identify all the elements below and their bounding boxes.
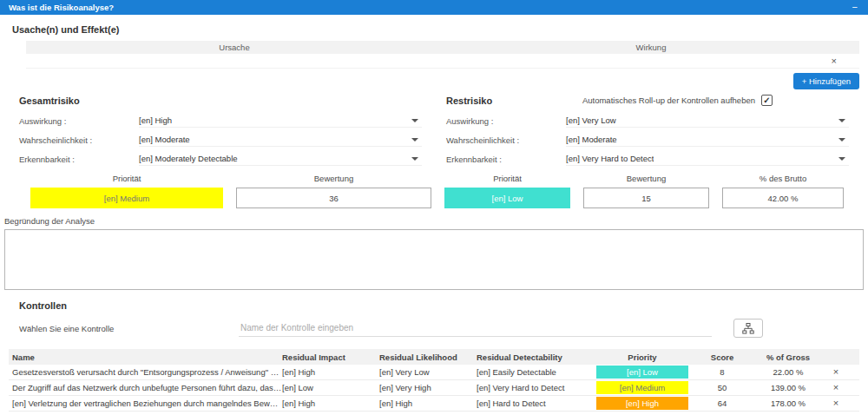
residual-detectability-label: Erkennbarkeit : [446, 155, 566, 164]
analysis-section: Begründung der Analyse [4, 216, 864, 290]
control-hierarchy-button[interactable] [733, 319, 763, 338]
priority-badge: [en] Medium [596, 381, 688, 394]
cause-effect-table-header: Ursache Wirkung [26, 41, 859, 54]
gross-impact-select[interactable]: [en] High [139, 114, 422, 128]
residual-priority-label: Priorität [444, 174, 570, 183]
gross-priority-group: Priorität [en] Medium [30, 174, 223, 208]
col-residual-impact: Residual Impact [282, 352, 379, 362]
gross-priority-label: Priorität [30, 174, 223, 183]
cause-column-header: Ursache [26, 43, 443, 52]
percent-gross-group: % des Brutto 42.00 % [722, 174, 844, 208]
chevron-down-icon [411, 138, 418, 142]
residual-risk-title: Restrisiko [446, 96, 492, 106]
col-residual-detectability: Residual Detectability [477, 352, 591, 362]
gross-risk-panel: Gesamtrisiko Auswirkung : [en] High Wahr… [9, 93, 441, 168]
cause-effect-table: Ursache Wirkung × [26, 41, 859, 69]
gross-detectability-label: Erkennbarkeit : [19, 155, 139, 164]
control-likelihood: [en] Very High [379, 383, 477, 392]
gross-detectability-value: [en] Moderately Detectable [139, 154, 238, 163]
gross-detectability-select[interactable]: [en] Moderately Detectable [139, 152, 422, 166]
residual-detectability-row: Erkennbarkeit : [en] Very Hard to Detect [446, 149, 849, 168]
cause-effect-row: × [26, 54, 859, 69]
chevron-down-icon [411, 119, 418, 122]
priority-score-row: Priorität [en] Medium Bewertung 36 Prior… [9, 174, 859, 208]
minimize-button[interactable]: − [852, 3, 858, 12]
residual-likelihood-value: [en] Moderate [566, 135, 617, 144]
control-row: [en] Verletzung der vertraglichen Bezieh… [9, 396, 859, 412]
priority-badge: [en] High [596, 397, 688, 410]
residual-likelihood-row: Wahrscheinlichkeit : [en] Moderate [446, 130, 849, 149]
gross-priority-badge: [en] Medium [30, 188, 223, 208]
gross-risk-title: Gesamtrisiko [19, 96, 80, 106]
residual-impact-value: [en] Very Low [566, 115, 616, 125]
gross-impact-row: Auswirkung : [en] High [19, 111, 422, 130]
residual-impact-row: Auswirkung : [en] Very Low [446, 111, 849, 130]
control-score: 8 [694, 367, 751, 377]
residual-detectability-select[interactable]: [en] Very Hard to Detect [566, 152, 849, 166]
control-score: 50 [694, 383, 751, 392]
cause-cell[interactable] [26, 54, 429, 68]
control-percent: 139.00 % [751, 383, 825, 392]
control-percent: 178.00 % [751, 399, 825, 408]
control-name: Gesetzesverstoß verursacht durch "Entsor… [9, 367, 282, 377]
control-name: Der Zugriff auf das Netzwerk durch unbef… [9, 383, 282, 392]
rollup-label: Automatisches Roll-up der Kontrollen auf… [582, 96, 755, 105]
gross-score-value: 36 [236, 188, 431, 208]
percent-gross-label: % des Brutto [722, 174, 844, 183]
effect-column-header: Wirkung [443, 43, 859, 52]
control-detectability: [en] Hard to Detect [477, 399, 591, 408]
dialog-title: Was ist die Risikoanalyse? [9, 3, 114, 12]
control-row: Gesetzesverstoß verursacht durch "Entsor… [9, 365, 859, 380]
residual-impact-select[interactable]: [en] Very Low [566, 114, 849, 128]
col-priority: Priority [591, 352, 694, 362]
control-detectability: [en] Easily Detectable [477, 367, 591, 377]
remove-control-button[interactable]: × [833, 382, 838, 392]
controls-section: Kontrollen Wählen Sie eine Kontrolle Nam… [0, 290, 868, 412]
rollup-checkbox[interactable] [761, 95, 773, 106]
controls-table-header: Name Residual Impact Residual Likelihood… [9, 349, 859, 365]
residual-likelihood-select[interactable]: [en] Moderate [566, 133, 849, 147]
remove-control-button[interactable]: × [833, 366, 838, 377]
control-name: [en] Verletzung der vertraglichen Bezieh… [9, 399, 282, 408]
gross-impact-label: Auswirkung : [19, 116, 139, 126]
chevron-down-icon [838, 138, 845, 142]
rollup-toggle[interactable]: Automatisches Roll-up der Kontrollen auf… [582, 95, 773, 106]
priority-badge: [en] Low [596, 366, 688, 379]
control-impact: [en] High [282, 399, 379, 408]
residual-likelihood-label: Wahrscheinlichkeit : [446, 135, 566, 145]
gross-likelihood-row: Wahrscheinlichkeit : [en] Moderate [19, 130, 422, 149]
percent-gross-value: 42.00 % [722, 188, 844, 208]
control-likelihood: [en] High [379, 399, 477, 408]
residual-priority-group: Priorität [en] Low [444, 174, 570, 208]
control-search-input[interactable] [239, 319, 712, 337]
add-button[interactable]: + Hinzufügen [793, 73, 859, 89]
control-likelihood: [en] Very Low [379, 367, 477, 377]
residual-priority-badge: [en] Low [444, 188, 570, 208]
gross-detectability-row: Erkennbarkeit : [en] Moderately Detectab… [19, 149, 422, 168]
analysis-textarea[interactable] [4, 229, 864, 290]
remove-row-button[interactable]: × [832, 56, 837, 66]
gross-likelihood-select[interactable]: [en] Moderate [139, 133, 422, 147]
remove-control-button[interactable]: × [833, 398, 838, 408]
risk-panels: Gesamtrisiko Auswirkung : [en] High Wahr… [9, 93, 859, 168]
control-score: 64 [694, 399, 751, 408]
control-percent: 22.00 % [751, 367, 825, 377]
control-impact: [en] High [282, 367, 379, 377]
effect-cell[interactable] [429, 54, 832, 68]
hierarchy-icon [742, 323, 754, 334]
chevron-down-icon [838, 157, 845, 161]
col-name: Name [9, 352, 282, 362]
gross-impact-value: [en] High [139, 115, 172, 125]
dialog-titlebar: Was ist die Risikoanalyse? − [0, 0, 868, 15]
residual-score-group: Bewertung 15 [583, 174, 709, 208]
gross-score-label: Bewertung [236, 174, 431, 183]
cause-effect-section-title: Usache(n) und Effekt(e) [12, 24, 859, 35]
col-residual-likelihood: Residual Likelihood [379, 352, 477, 362]
residual-score-label: Bewertung [583, 174, 709, 183]
control-row: Der Zugriff auf das Netzwerk durch unbef… [9, 380, 859, 396]
analysis-label: Begründung der Analyse [4, 216, 864, 226]
control-picker-row: Wählen Sie eine Kontrolle [19, 319, 859, 338]
control-impact: [en] Low [282, 383, 379, 392]
residual-risk-panel: Restrisiko Automatisches Roll-up der Kon… [441, 93, 859, 168]
residual-score-value: 15 [583, 188, 709, 208]
